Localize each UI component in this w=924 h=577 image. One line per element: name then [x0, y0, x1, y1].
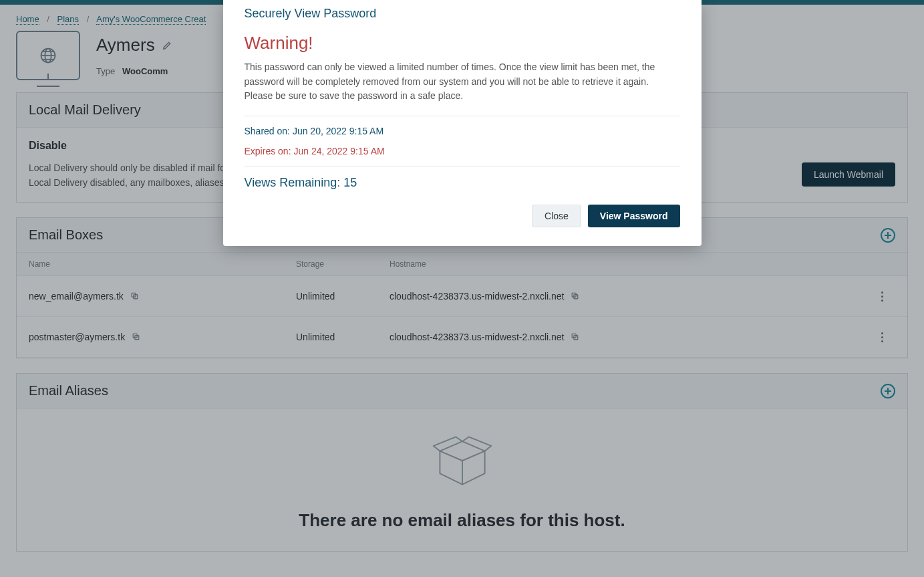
modal-divider — [245, 166, 680, 166]
password-modal: Securely View Password Warning! This pas… — [223, 0, 702, 246]
modal-warning-heading: Warning! — [245, 33, 680, 53]
close-button[interactable]: Close — [532, 205, 581, 227]
modal-divider — [245, 116, 680, 116]
modal-title: Securely View Password — [245, 7, 680, 21]
modal-shared-on: Shared on: Jun 20, 2022 9:15 AM — [245, 126, 680, 136]
modal-body: This password can only be viewed a limit… — [245, 60, 680, 104]
view-password-button[interactable]: View Password — [588, 205, 680, 227]
modal-views-remaining: Views Remaining: 15 — [245, 176, 680, 190]
modal-expires-on: Expires on: Jun 24, 2022 9:15 AM — [245, 146, 680, 156]
